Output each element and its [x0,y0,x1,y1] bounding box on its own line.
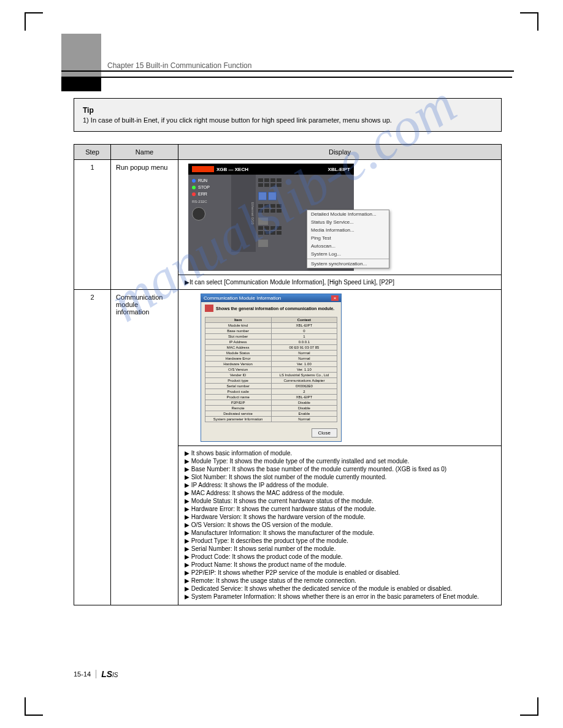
desc-line: ▶ Module Type: It shows the module type … [185,458,495,464]
desc-cell: ▶It can select [Communication Module Inf… [178,275,502,290]
dlg-context: 0X0062E0 [271,384,337,389]
logo-icon [192,166,214,172]
dialog-table: Item Context Module kindXBL-EIPTBase num… [205,317,338,422]
led-dot [192,192,196,196]
dlg-item: Hardware Error [205,356,271,362]
th-name: Name [111,145,178,160]
footer-separator [96,670,96,678]
desc-line: ▶ Product Code: It shows the product cod… [185,553,495,560]
context-menu: Detailed Module Information... Status By… [307,210,389,268]
dialog-table-row: Serial number0X0062E0 [205,384,337,389]
desc-line: ▶ Hardware Error: It shows the current h… [185,506,495,512]
crop-mark [25,12,43,31]
desc-line: ▶ Dedicated Service: It shows whether th… [185,585,495,592]
dlg-item: Slot number [205,334,271,339]
dialog-table-row: Slot number1 [205,334,337,339]
dlg-item: Vender ID [205,373,271,378]
dlg-context: Disable [271,400,337,406]
dlg-item: System parameter Information [205,417,271,422]
module-info-dialog: Communication Module Information × Shows… [201,294,342,442]
dlg-item: Module kind [205,323,271,328]
plc-tool-icon[interactable] [268,192,277,200]
desc-line: ▶ Module Status: It shows the current ha… [185,498,495,504]
menu-separator [307,259,389,259]
th-step: Step [74,145,111,160]
led-grid [258,178,351,187]
menu-item[interactable]: Media Information... [307,226,389,234]
desc-line: ▶ MAC Address: It shows the MAC address … [185,490,495,496]
dlg-context: Normal [271,351,337,356]
menu-item[interactable]: Ping Test [307,234,389,242]
plc-screenshot: XGB — XECH XBL-EIPT RUN STOP ERR RS-232C [188,164,354,271]
dialog-table-row: IP Address0.0.0.1 [205,339,337,345]
dlg-context: Ver. 1.10 [271,367,337,373]
desc-line: ▶ O/S Version: It shows the OS version o… [185,521,495,528]
dlg-context: XBL-EIPT [271,323,337,328]
desc-line: ▶ Slot Number: It shows the slot number … [185,474,495,480]
dlg-context: XBL-EIPT [271,395,337,400]
table-row: 1 Run popup menu XGB — XECH XBL-EIPT RUN… [74,160,502,275]
name-cell: Run popup menu [111,160,178,290]
desc-line: ▶ Serial Number: It shows serial number … [185,545,495,552]
dialog-table-row: Module kindXBL-EIPT [205,323,337,328]
dlg-th-context: Context [271,317,337,323]
crop-mark [520,12,538,31]
plc-led-run: RUN [192,178,228,183]
desc-line: ▶ Product Name: It shows the product nam… [185,561,495,568]
connector-icon [258,240,268,247]
screen-cell: XGB — XECH XBL-EIPT RUN STOP ERR RS-232C [178,160,502,275]
tip-box: Tip 1) In case of built-in Enet, if you … [74,98,502,132]
plc-module-label: XBL-EIPT [328,167,350,172]
led-dot [192,179,196,183]
dlg-context: 2 [271,389,337,395]
desc-line: ▶ Product Type: It describes the product… [185,537,495,544]
dlg-item: IP Address [205,339,271,345]
dialog-table-row: Hardware ErrorNormal [205,356,337,362]
plc-tool-icons [258,192,351,200]
port-label: RS-232C [192,200,228,203]
rs232-port-icon [192,207,205,221]
dialog-table-row: Hardware VersionVer. 1.00 [205,362,337,367]
dlg-context: LS Industrial Systems Co., Ltd [271,373,337,378]
menu-item[interactable]: Status By Service... [307,218,389,226]
plc-tool-icon[interactable] [258,192,267,200]
dlg-item: MAC Address [205,345,271,351]
led-label: ERR [198,192,207,196]
menu-item[interactable]: System Log... [307,250,389,258]
desc-cell: ▶ It shows basic information of module.▶… [178,446,502,605]
dlg-context: 0 [271,328,337,334]
led-label: STOP [198,185,210,189]
table-row: 2 Communication module information Commu… [74,290,502,446]
dlg-item: Hardware Version [205,362,271,367]
dialog-table-row: Module StatusNormal [205,351,337,356]
dlg-context: Disable [271,406,337,411]
connector-icon [258,218,268,225]
dialog-subtitle: Shows the general information of communi… [216,306,334,311]
dialog-title: Communication Module Information [204,295,281,301]
dlg-context: 00 E0 91 03 07 85 [271,345,337,351]
dialog-table-row: RemoteDisable [205,406,337,411]
menu-item[interactable]: Detailed Module Information... [307,210,389,218]
dlg-item: Product name [205,395,271,400]
step-cell: 2 [74,290,111,605]
close-icon[interactable]: × [331,295,339,301]
dlg-context: 1 [271,334,337,339]
main-table: Step Name Display 1 Run popup menu XGB —… [74,144,502,605]
screen-cell: Communication Module Information × Shows… [178,290,502,446]
close-button[interactable]: Close [312,428,337,438]
desc-line: ▶ It shows basic information of module. [185,450,495,457]
crop-mark [25,697,43,716]
dialog-table-row: Product nameXBL-EIPT [205,395,337,400]
dlg-context: Normal [271,417,337,422]
plc-status-column: RUN STOP ERR RS-232C [188,175,231,252]
dlg-item: Serial number [205,384,271,389]
menu-item[interactable]: System synchronization... [307,260,389,268]
header-rule [98,59,512,78]
dlg-item: Module Status [205,351,271,356]
brand-logo: LSIS [101,669,118,679]
dialog-table-row: MAC Address00 E0 91 03 07 85 [205,345,337,351]
page-footer: 15-14 LSIS [74,669,118,679]
dialog-subtitle-row: Shows the general information of communi… [201,302,341,314]
tip-item: 1) In case of built-in Enet, if you clic… [83,116,492,124]
menu-item[interactable]: Autoscan... [307,242,389,250]
